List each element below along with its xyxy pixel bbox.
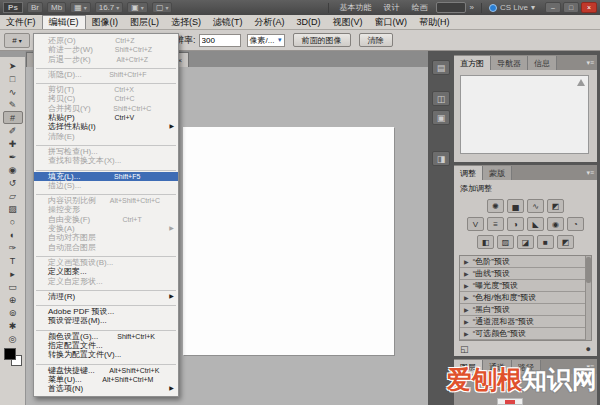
toolbox-header[interactable] bbox=[0, 51, 25, 57]
close-button[interactable]: × bbox=[581, 2, 597, 13]
menu-item[interactable]: 渐隐(D)... Shift+Ctrl+F bbox=[34, 70, 178, 79]
menu-item[interactable]: 拷贝(C) Ctrl+C bbox=[34, 94, 178, 103]
rectangular-marquee-tool[interactable]: □ bbox=[3, 72, 23, 85]
menu-item[interactable]: 填充(L)... Shift+F5 bbox=[34, 172, 178, 181]
panel-tab[interactable]: 直方图 bbox=[454, 56, 491, 70]
expand-triangle-icon[interactable]: ▶ bbox=[464, 294, 469, 301]
menu-item[interactable]: 自动混合图层 bbox=[34, 243, 178, 252]
dodge-tool[interactable]: ◐ bbox=[3, 228, 23, 241]
menu-item[interactable]: 剪切(T) Ctrl+X bbox=[34, 85, 178, 94]
menu-bar-item[interactable]: 窗口(W) bbox=[369, 15, 414, 29]
preset-list-item[interactable]: ▶ “曲线”预设 bbox=[460, 268, 591, 280]
histogram-warning-icon[interactable] bbox=[577, 79, 585, 86]
menu-item[interactable]: 拼写检查(H)... bbox=[34, 147, 178, 156]
menu-bar-item[interactable]: 图像(I) bbox=[86, 15, 125, 29]
move-tool[interactable]: ➤ bbox=[3, 59, 23, 72]
menu-item[interactable]: 选择性粘贴(I) ▶ bbox=[34, 122, 178, 131]
eyedropper-tool[interactable]: ✐ bbox=[3, 124, 23, 137]
brush-tool[interactable]: ✒ bbox=[3, 150, 23, 163]
blur-tool[interactable]: ○ bbox=[3, 215, 23, 228]
zoom-tool[interactable]: ◎ bbox=[3, 332, 23, 345]
color-balance-icon[interactable]: ◑ bbox=[507, 217, 524, 231]
menu-item[interactable]: 描边(S)... bbox=[34, 181, 178, 190]
workspace-overflow-chevron[interactable]: » bbox=[470, 3, 474, 12]
path-selection-tool[interactable]: ▸ bbox=[3, 267, 23, 280]
hand-tool[interactable]: ✱ bbox=[3, 319, 23, 332]
menu-bar-item[interactable]: 图层(L) bbox=[124, 15, 165, 29]
shape-tool[interactable]: ▭ bbox=[3, 280, 23, 293]
panel-tab[interactable]: 调整 bbox=[454, 166, 483, 180]
panel-menu-icon[interactable]: ▾≡ bbox=[586, 169, 597, 177]
menu-item[interactable]: 自动对齐图层 bbox=[34, 233, 178, 242]
hue-saturation-icon[interactable]: ≡ bbox=[487, 217, 504, 231]
menu-bar-item[interactable]: 视图(V) bbox=[327, 15, 369, 29]
black-white-icon[interactable]: ◣ bbox=[527, 217, 544, 231]
foreground-color-swatch[interactable] bbox=[4, 348, 16, 360]
type-tool[interactable]: T bbox=[3, 254, 23, 267]
menu-item[interactable]: 前进一步(W) Shift+Ctrl+Z bbox=[34, 45, 178, 54]
preset-list-item[interactable]: ▶ “色相/饱和度”预设 bbox=[460, 292, 591, 304]
healing-brush-tool[interactable]: ✚ bbox=[3, 137, 23, 150]
menu-bar-item[interactable]: 帮助(H) bbox=[413, 15, 456, 29]
gradient-map-icon[interactable]: ■ bbox=[537, 235, 554, 249]
panel-tab[interactable]: 导航器 bbox=[491, 56, 528, 70]
resolution-input[interactable] bbox=[199, 34, 241, 47]
menu-item[interactable]: 清理(R) ▶ bbox=[34, 292, 178, 301]
clone-stamp-tool[interactable]: ◉ bbox=[3, 163, 23, 176]
clear-button[interactable]: 清除 bbox=[359, 33, 393, 47]
menu-item[interactable]: 定义图案... bbox=[34, 267, 178, 276]
menu-item[interactable]: 定义画笔预设(B)... bbox=[34, 258, 178, 267]
exposure-icon[interactable]: ◩ bbox=[547, 199, 564, 213]
menu-item[interactable]: 变换(A) ▶ bbox=[34, 224, 178, 233]
expand-triangle-icon[interactable]: ▶ bbox=[464, 318, 469, 325]
menu-item[interactable]: 预设管理器(M)... bbox=[34, 316, 178, 325]
menu-item[interactable]: 内容识别比例 Alt+Shift+Ctrl+C bbox=[34, 196, 178, 205]
menu-item[interactable]: 后退一步(K) Alt+Ctrl+Z bbox=[34, 55, 178, 64]
photo-filter-icon[interactable]: ◉ bbox=[547, 217, 564, 231]
scrollbar-thumb[interactable] bbox=[586, 257, 591, 283]
dock-panel-icon-4[interactable]: ◨ bbox=[432, 151, 450, 166]
selective-color-icon[interactable]: ◩ bbox=[557, 235, 574, 249]
view-extras-button[interactable]: ▦ ▾ bbox=[70, 2, 91, 13]
preset-list-item[interactable]: ▶ “曝光度”预设 bbox=[460, 280, 591, 292]
vibrance-icon[interactable]: V bbox=[467, 217, 484, 231]
expand-triangle-icon[interactable]: ▶ bbox=[464, 282, 469, 289]
resolution-unit-select[interactable]: 像素/... ▾ bbox=[247, 34, 285, 47]
bridge-button[interactable]: Br bbox=[27, 2, 43, 13]
eraser-tool[interactable]: ▱ bbox=[3, 189, 23, 202]
menu-bar-item[interactable]: 选择(S) bbox=[165, 15, 207, 29]
workspace-button[interactable]: 设计 bbox=[380, 2, 404, 13]
menu-bar-item[interactable]: 分析(A) bbox=[249, 15, 291, 29]
expand-triangle-icon[interactable]: ▶ bbox=[464, 258, 469, 265]
crop-tool[interactable]: # bbox=[3, 111, 23, 124]
menu-item[interactable]: 还原(O) Ctrl+Z bbox=[34, 36, 178, 45]
threshold-icon[interactable]: ◪ bbox=[517, 235, 534, 249]
dock-panel-icon-1[interactable]: ▤ bbox=[432, 60, 450, 75]
history-brush-tool[interactable]: ↺ bbox=[3, 176, 23, 189]
workspace-active-button[interactable] bbox=[436, 2, 466, 13]
workspace-button[interactable]: 绘画 bbox=[408, 2, 432, 13]
expand-triangle-icon[interactable]: ▶ bbox=[464, 270, 469, 277]
posterize-icon[interactable]: ▨ bbox=[497, 235, 514, 249]
levels-icon[interactable]: ▅ bbox=[507, 199, 524, 213]
mini-bridge-button[interactable]: Mb bbox=[47, 2, 66, 13]
panel-menu-icon[interactable]: ▾≡ bbox=[586, 59, 597, 67]
menu-item[interactable]: 自由变换(F) Ctrl+T bbox=[34, 215, 178, 224]
invert-icon[interactable]: ◧ bbox=[477, 235, 494, 249]
menu-item[interactable]: 颜色设置(G)... Shift+Ctrl+K bbox=[34, 332, 178, 341]
dock-panel-icon-3[interactable]: ▣ bbox=[432, 110, 450, 125]
menu-item[interactable]: 查找和替换文本(X)... bbox=[34, 156, 178, 165]
gradient-tool[interactable]: ▨ bbox=[3, 202, 23, 215]
3d-camera-tool[interactable]: ⊚ bbox=[3, 306, 23, 319]
menu-item[interactable]: 首选项(N) ▶ bbox=[34, 384, 178, 393]
workspace-button[interactable]: 基本功能 bbox=[336, 2, 376, 13]
screen-mode-button[interactable]: ▢ ▾ bbox=[152, 2, 173, 13]
menu-item[interactable]: 合并拷贝(Y) Shift+Ctrl+C bbox=[34, 104, 178, 113]
menu-bar-item[interactable]: 编辑(E) bbox=[42, 15, 86, 29]
dock-panel-icon-2[interactable]: ◫ bbox=[432, 91, 450, 106]
menu-item[interactable]: 键盘快捷键... Alt+Shift+Ctrl+K bbox=[34, 366, 178, 375]
pen-tool[interactable]: ✑ bbox=[3, 241, 23, 254]
menu-item[interactable]: 指定配置文件... bbox=[34, 341, 178, 350]
3d-rotate-tool[interactable]: ⊕ bbox=[3, 293, 23, 306]
return-to-adjustment-list-icon[interactable]: ◱ bbox=[460, 344, 469, 354]
